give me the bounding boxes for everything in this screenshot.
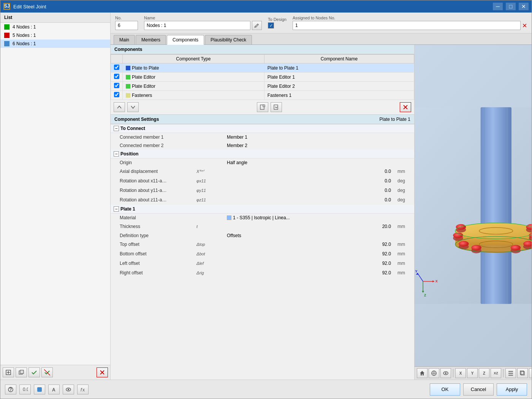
svg-rect-73 bbox=[521, 372, 524, 375]
import-button[interactable] bbox=[257, 102, 268, 112]
cancel-button[interactable]: Cancel bbox=[463, 383, 494, 396]
svg-point-40 bbox=[471, 245, 481, 250]
row-label: Material bbox=[111, 214, 194, 222]
view-eye-button[interactable] bbox=[440, 368, 451, 378]
view-canvas[interactable]: X Y Z bbox=[415, 45, 532, 366]
to-design-check[interactable] bbox=[268, 22, 274, 28]
view-pan-button[interactable] bbox=[429, 368, 439, 378]
delete-button[interactable] bbox=[97, 367, 108, 377]
comp-checkbox[interactable] bbox=[114, 83, 119, 88]
list-item[interactable]: 4 Nodes : 1 bbox=[0, 23, 110, 31]
row-value-input[interactable] bbox=[366, 269, 393, 276]
help-button[interactable]: ? bbox=[5, 385, 16, 394]
row-label: Definition type bbox=[111, 232, 194, 239]
row-value-input[interactable] bbox=[366, 168, 393, 175]
ok-button[interactable]: OK bbox=[430, 383, 460, 396]
svg-rect-19 bbox=[481, 107, 511, 304]
uncheck-all-button[interactable] bbox=[41, 367, 53, 377]
export-button[interactable] bbox=[271, 102, 282, 112]
no-input[interactable] bbox=[115, 21, 138, 30]
list-item-selected[interactable]: 6 Nodes : 1 bbox=[0, 40, 110, 48]
row-value-input[interactable] bbox=[366, 241, 393, 248]
move-up-button[interactable] bbox=[114, 102, 125, 112]
text-button[interactable]: A bbox=[48, 385, 60, 394]
row-symbol: φy11 bbox=[194, 187, 225, 194]
color-button[interactable] bbox=[34, 385, 45, 394]
row-label: Top offset bbox=[111, 241, 194, 248]
new-button[interactable] bbox=[3, 367, 14, 377]
view-home-button[interactable] bbox=[417, 368, 428, 378]
row-value-input[interactable] bbox=[366, 196, 393, 203]
comp-row[interactable]: FastenersFasteners 1 bbox=[111, 91, 414, 100]
collapse-button[interactable]: − bbox=[114, 151, 119, 157]
check-all-button[interactable] bbox=[28, 367, 40, 377]
view-cube-button[interactable] bbox=[517, 368, 528, 378]
titlebar: SJ Edit Steel Joint ─ □ ✕ bbox=[0, 0, 532, 13]
row-material-value[interactable]: 1 - S355 | Isotropic | Linea... bbox=[225, 214, 414, 222]
row-value-input[interactable] bbox=[366, 250, 393, 257]
svg-text:Y: Y bbox=[415, 269, 417, 273]
comp-row[interactable]: Plate EditorPlate Editor 2 bbox=[111, 82, 414, 91]
list-header: List bbox=[0, 13, 110, 23]
scene-svg: X Y Z bbox=[415, 45, 532, 366]
row-value-input[interactable] bbox=[366, 187, 393, 194]
row-text-value: Member 2 bbox=[225, 142, 414, 149]
svg-line-11 bbox=[255, 27, 255, 28]
row-symbol: Δbot bbox=[194, 250, 225, 257]
collapse-button[interactable]: − bbox=[114, 126, 119, 131]
row-value-input[interactable] bbox=[366, 177, 393, 184]
close-button[interactable]: ✕ bbox=[519, 3, 529, 10]
tab-main[interactable]: Main bbox=[114, 35, 135, 44]
assigned-input[interactable] bbox=[293, 21, 521, 30]
settings-group-header[interactable]: −To Connect bbox=[111, 124, 414, 133]
settings-group-header[interactable]: −Plate 1 bbox=[111, 205, 414, 214]
to-design-checkbox[interactable] bbox=[268, 22, 287, 28]
view-z-button[interactable]: Z bbox=[479, 368, 489, 378]
name-input[interactable] bbox=[144, 21, 250, 30]
row-symbol: Xᴿᵉᶠ bbox=[194, 168, 225, 175]
tab-components[interactable]: Components bbox=[167, 35, 204, 45]
comp-checkbox[interactable] bbox=[114, 65, 119, 70]
collapse-button[interactable]: − bbox=[114, 206, 119, 212]
row-symbol bbox=[194, 217, 225, 219]
settings-content: −To ConnectConnected member 1Member 1Con… bbox=[111, 124, 414, 380]
row-value-input[interactable] bbox=[366, 223, 393, 230]
function-button[interactable]: fx bbox=[77, 385, 89, 394]
settings-row: Left offsetΔlefmm bbox=[111, 259, 414, 268]
material-value-text: 1 - S355 | Isotropic | Linea... bbox=[233, 215, 290, 220]
row-symbol: Δtop bbox=[194, 241, 225, 248]
comp-checkbox[interactable] bbox=[114, 74, 119, 79]
delete-comp-button[interactable] bbox=[400, 102, 411, 112]
left-panel: List 4 Nodes : 1 5 Nodes : 1 6 Nodes : 1 bbox=[0, 13, 111, 380]
eye-button[interactable] bbox=[63, 385, 74, 394]
minimize-button[interactable]: ─ bbox=[493, 3, 503, 10]
edit-name-button[interactable] bbox=[252, 21, 262, 30]
tab-members[interactable]: Members bbox=[136, 35, 166, 44]
row-value-input[interactable] bbox=[366, 260, 393, 267]
row-numeric-value bbox=[225, 176, 395, 185]
settings-group-header[interactable]: −Position bbox=[111, 150, 414, 158]
clear-assigned-button[interactable]: ✕ bbox=[522, 22, 527, 29]
comp-row[interactable]: Plate to PlatePlate to Plate 1 bbox=[111, 63, 414, 73]
comp-color-box bbox=[126, 66, 130, 70]
list-item[interactable]: 5 Nodes : 1 bbox=[0, 31, 110, 40]
settings-row: Top offsetΔtopmm bbox=[111, 240, 414, 249]
view-x-button[interactable]: X bbox=[455, 368, 466, 378]
decimal-button[interactable]: 0.00 bbox=[19, 385, 31, 394]
view-print-button[interactable] bbox=[529, 368, 532, 378]
settings-row: Rotation about y11-a…φy11deg bbox=[111, 186, 414, 195]
row-numeric-value bbox=[225, 268, 395, 277]
apply-button[interactable]: Apply bbox=[497, 383, 527, 396]
view-y-button[interactable]: Y bbox=[467, 368, 478, 378]
view-xz-button[interactable]: XZ bbox=[491, 368, 501, 378]
tab-plausibility[interactable]: Plausibility Check bbox=[205, 35, 252, 44]
comp-checkbox[interactable] bbox=[114, 92, 119, 97]
view-layers-button[interactable] bbox=[505, 368, 516, 378]
maximize-button[interactable]: □ bbox=[506, 3, 516, 10]
comp-row[interactable]: Plate EditorPlate Editor 1 bbox=[111, 73, 414, 82]
row-label: Right offset bbox=[111, 269, 194, 277]
move-down-button[interactable] bbox=[127, 102, 139, 112]
to-design-group: To Design bbox=[268, 17, 287, 28]
toolbar-separator bbox=[453, 369, 453, 377]
duplicate-button[interactable] bbox=[16, 367, 27, 377]
